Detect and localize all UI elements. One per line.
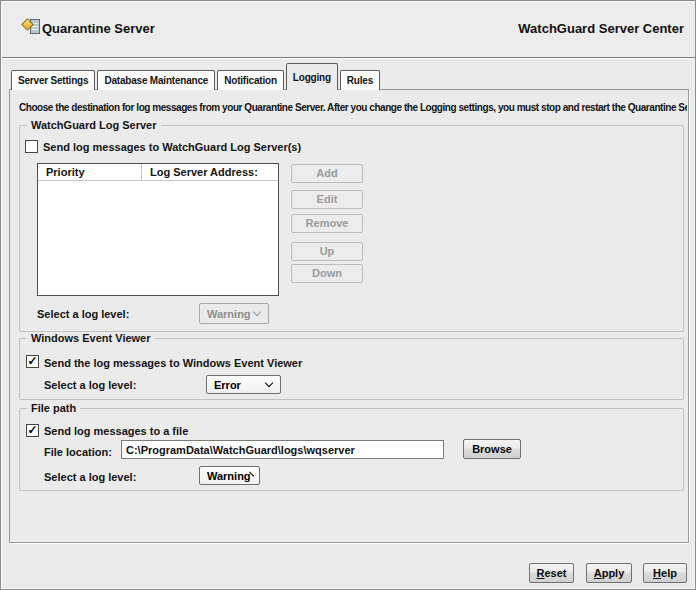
group-label: File path xyxy=(27,402,80,414)
column-priority: Priority xyxy=(38,164,142,180)
reset-button[interactable]: Reset xyxy=(529,563,574,583)
add-button[interactable]: Add xyxy=(291,164,363,183)
page-title: Quarantine Server xyxy=(42,21,155,36)
log-level-value-file: Warning xyxy=(200,470,251,482)
log-server-table-header: Priority Log Server Address: xyxy=(38,164,278,181)
tab-notification[interactable]: Notification xyxy=(217,70,284,90)
file-location-label: File location: xyxy=(44,446,112,458)
down-button[interactable]: Down xyxy=(291,264,363,283)
reset-button-label: Reset xyxy=(537,567,567,579)
remove-button[interactable]: Remove xyxy=(291,214,363,233)
quarantine-server-window: Quarantine Server WatchGuard Server Cent… xyxy=(0,0,696,590)
tab-logging[interactable]: Logging xyxy=(286,63,338,90)
check-icon: ✓ xyxy=(27,423,37,437)
help-button[interactable]: Help xyxy=(643,563,687,583)
log-level-label-wls: Select a log level: xyxy=(37,308,129,320)
log-level-select-file[interactable]: Warning xyxy=(199,466,260,485)
help-button-label: Help xyxy=(653,567,677,579)
chevron-down-icon xyxy=(253,308,261,316)
logging-description: Choose the destination for log messages … xyxy=(19,102,687,113)
tab-server-settings[interactable]: Server Settings xyxy=(11,70,95,90)
log-level-label-wev: Select a log level: xyxy=(44,379,136,391)
tab-database-maintenance[interactable]: Database Maintenance xyxy=(97,70,215,90)
quarantine-server-icon xyxy=(23,17,41,37)
log-level-select-wev[interactable]: Error xyxy=(206,375,281,394)
send-to-file-label: Send log messages to a file xyxy=(44,425,188,437)
log-level-value-wev: Error xyxy=(207,379,241,391)
apply-button[interactable]: Apply xyxy=(586,563,632,583)
log-server-table[interactable]: Priority Log Server Address: xyxy=(37,163,279,296)
log-level-label-file: Select a log level: xyxy=(44,471,136,483)
group-label: WatchGuard Log Server xyxy=(27,119,161,131)
tab-rules[interactable]: Rules xyxy=(340,70,380,90)
group-label: Windows Event Viewer xyxy=(27,332,155,344)
send-to-file-checkbox[interactable]: ✓ xyxy=(26,424,39,437)
log-level-select-wls[interactable]: Warning xyxy=(199,303,269,324)
check-icon: ✓ xyxy=(27,354,37,368)
browse-button-label: Browse xyxy=(472,443,512,455)
send-to-log-server-checkbox[interactable] xyxy=(25,140,38,153)
server-center-title: WatchGuard Server Center xyxy=(518,21,684,36)
apply-button-label: Apply xyxy=(594,567,625,579)
chevron-down-icon xyxy=(265,379,273,387)
up-button[interactable]: Up xyxy=(291,242,363,261)
send-to-event-viewer-checkbox[interactable]: ✓ xyxy=(26,355,39,368)
column-log-server-address: Log Server Address: xyxy=(142,164,278,180)
send-to-event-viewer-label: Send the log messages to Windows Event V… xyxy=(44,357,302,369)
send-to-log-server-label: Send log messages to WatchGuard Log Serv… xyxy=(43,141,301,153)
log-level-value-wls: Warning xyxy=(200,308,251,320)
browse-button[interactable]: Browse xyxy=(463,439,521,459)
edit-button[interactable]: Edit xyxy=(291,190,363,209)
tab-bar: Server Settings Database Maintenance Not… xyxy=(11,63,380,90)
file-location-input[interactable] xyxy=(121,440,444,459)
header-bar: Quarantine Server WatchGuard Server Cent… xyxy=(2,2,696,58)
